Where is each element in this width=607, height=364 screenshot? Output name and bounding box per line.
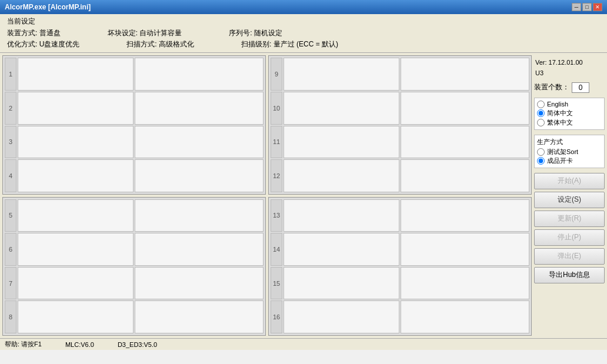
slot-13-body xyxy=(284,199,399,232)
slot-4-extra xyxy=(135,159,264,192)
bottom-right-grid: 13 14 15 xyxy=(271,199,529,333)
slot-1-num: 1 xyxy=(5,58,16,91)
slot-9-body xyxy=(284,58,399,91)
prod-card-item[interactable]: 成品开卡 xyxy=(537,156,602,165)
lang-english-radio[interactable] xyxy=(537,101,545,108)
title-bar: AlcorMP.exe [AlcorMP.ini] ─ □ ✕ xyxy=(0,0,607,14)
mount-mode: 装置方式: 普通盘 xyxy=(7,28,61,39)
scan-level: 扫描级别: 量产过 (ECC = 默认) xyxy=(241,39,338,50)
slots-section: 1 2 3 xyxy=(2,55,532,336)
bottom-slots-row: 5 6 7 xyxy=(2,197,532,336)
slot-16-row: 16 xyxy=(271,300,399,333)
slot-9-num: 9 xyxy=(271,58,282,91)
model-text: U3 xyxy=(535,68,603,79)
slot-6-extra xyxy=(135,233,264,266)
settings-title: 当前设定 xyxy=(7,16,600,26)
update-button[interactable]: 更新(R) xyxy=(534,211,605,227)
scan-mode: 扫描方式: 高级格式化 xyxy=(126,39,194,50)
optimize-mode: 优化方式: U盘速度优先 xyxy=(7,39,79,50)
prod-sort-radio[interactable] xyxy=(537,148,545,156)
slot-8-num: 8 xyxy=(5,300,16,333)
lang-traditional-item[interactable]: 繁体中文 xyxy=(537,118,602,127)
top-left-panel: 1 2 3 xyxy=(2,55,266,194)
slot-5-row: 5 xyxy=(5,199,134,232)
device-count-input[interactable] xyxy=(572,82,589,93)
settings-button[interactable]: 设定(S) xyxy=(534,192,605,208)
slot-14-num: 14 xyxy=(271,233,282,266)
slot-7-num: 7 xyxy=(5,267,16,300)
slot-1-body xyxy=(18,58,134,91)
slot-15-num: 15 xyxy=(271,267,282,300)
slot-6-body xyxy=(18,233,134,266)
slot-3-num: 3 xyxy=(5,126,16,159)
production-title: 生产方式 xyxy=(537,138,602,146)
stop-button[interactable]: 停止(P) xyxy=(534,229,605,246)
start-button[interactable]: 开始(A) xyxy=(534,173,605,189)
slot-11-num: 11 xyxy=(271,126,282,159)
prod-sort-label: 测试架Sort xyxy=(547,148,578,156)
top-left-grid: 1 2 3 xyxy=(5,58,264,192)
slot-7-extra xyxy=(135,267,264,300)
device-count-label: 装置个数： xyxy=(534,82,569,92)
slot-5-body xyxy=(18,199,134,232)
lang-simplified-radio[interactable] xyxy=(537,109,545,117)
slot-9-extra xyxy=(401,58,529,91)
slot-12-row: 12 xyxy=(271,159,399,192)
slot-2-body xyxy=(18,92,134,125)
lang-traditional-radio[interactable] xyxy=(537,119,545,126)
help-text: 帮助: 请按F1 xyxy=(5,340,42,349)
slot-6-num: 6 xyxy=(5,233,16,266)
slot-4-row: 4 xyxy=(5,159,134,192)
slot-2-num: 2 xyxy=(5,92,16,125)
d3-text: D3_ED3:V5.0 xyxy=(118,341,157,348)
slot-16-body xyxy=(284,300,399,333)
bottom-left-grid: 5 6 7 xyxy=(5,199,264,333)
slot-16-extra xyxy=(401,300,529,333)
slot-13-num: 13 xyxy=(271,199,282,232)
slot-8-body xyxy=(18,300,134,333)
content-area: 1 2 3 xyxy=(0,53,607,338)
slot-4-body xyxy=(18,159,134,192)
slot-3-body xyxy=(18,126,134,159)
prod-sort-item[interactable]: 测试架Sort xyxy=(537,148,602,156)
slot-11-body xyxy=(284,126,399,159)
eject-button[interactable]: 弹出(E) xyxy=(534,248,605,265)
slot-15-body xyxy=(284,267,399,300)
maximize-button[interactable]: □ xyxy=(582,3,592,11)
slot-5-num: 5 xyxy=(5,199,16,232)
export-button[interactable]: 导出Hub信息 xyxy=(534,267,605,283)
slot-14-row: 14 xyxy=(271,233,399,266)
slot-10-row: 10 xyxy=(271,92,399,125)
slot-11-row: 11 xyxy=(271,126,399,159)
slot-13-row: 13 xyxy=(271,199,399,232)
close-button[interactable]: ✕ xyxy=(593,3,602,11)
slot-10-extra xyxy=(401,92,529,125)
slot-10-body xyxy=(284,92,399,125)
settings-row1: 装置方式: 普通盘 坏块设定: 自动计算容量 序列号: 随机设定 xyxy=(7,28,600,39)
slot-6-row: 6 xyxy=(5,233,134,266)
slot-3-extra xyxy=(135,126,264,159)
buttons-section: 开始(A) 设定(S) 更新(R) 停止(P) 弹出(E) 导出Hub信息 xyxy=(534,173,605,283)
slot-4-num: 4 xyxy=(5,159,16,192)
lang-english-item[interactable]: English xyxy=(537,101,602,108)
slot-16-num: 16 xyxy=(271,300,282,333)
lang-simplified-item[interactable]: 简体中文 xyxy=(537,109,602,118)
device-count-row: 装置个数： xyxy=(534,82,605,93)
language-radio-group: English 简体中文 繁体中文 xyxy=(534,98,605,130)
version-info: Ver: 17.12.01.00 U3 xyxy=(534,56,605,79)
slot-8-row: 8 xyxy=(5,300,134,333)
slot-15-extra xyxy=(401,267,529,300)
bottom-right-panel: 13 14 15 xyxy=(268,197,532,336)
slot-7-body xyxy=(18,267,134,300)
slot-1-row: 1 xyxy=(5,58,134,91)
app-title: AlcorMP.exe [AlcorMP.ini] xyxy=(5,3,91,11)
lang-english-label: English xyxy=(547,101,568,108)
version-text: Ver: 17.12.01.00 xyxy=(535,58,603,68)
production-group: 生产方式 测试架Sort 成品开卡 xyxy=(534,135,605,168)
prod-card-label: 成品开卡 xyxy=(547,156,573,165)
lang-simplified-label: 简体中文 xyxy=(547,109,573,118)
slot-11-extra xyxy=(401,126,529,159)
prod-card-radio[interactable] xyxy=(537,157,545,165)
serial-no: 序列号: 随机设定 xyxy=(229,28,282,39)
minimize-button[interactable]: ─ xyxy=(572,3,581,11)
